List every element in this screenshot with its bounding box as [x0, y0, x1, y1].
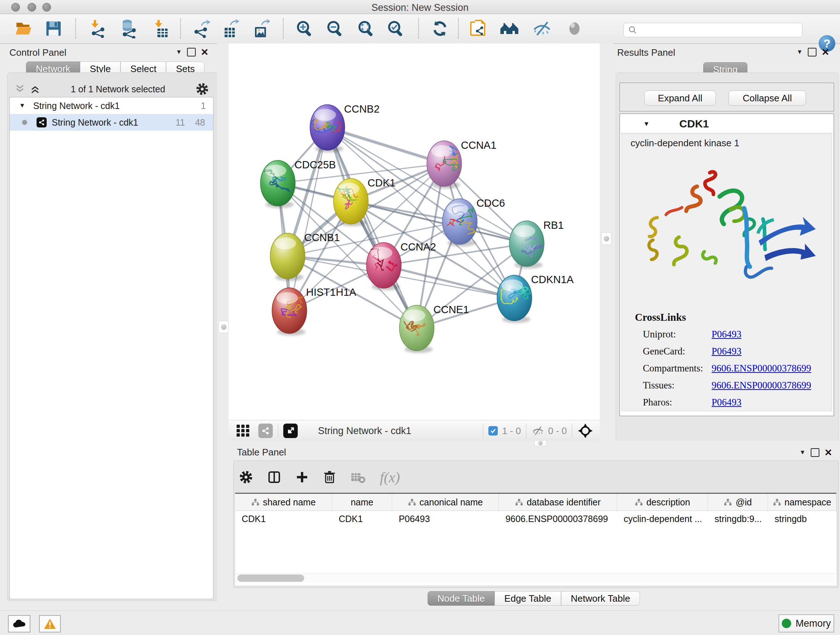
zoom-fit-button[interactable]: [356, 18, 376, 40]
crosslink-link[interactable]: P06493: [712, 329, 742, 340]
import-table-button[interactable]: [151, 18, 172, 40]
table-horizontal-scrollbar[interactable]: [236, 573, 835, 583]
delete-column-icon[interactable]: [323, 470, 336, 485]
control-panel: Control Panel ▼ ✕ Network Style Select S…: [0, 43, 217, 610]
close-panel-icon[interactable]: ✕: [201, 49, 209, 56]
column-header-namespace[interactable]: namespace: [768, 494, 836, 510]
column-header--id[interactable]: @id: [708, 494, 768, 510]
network-node-ccne1[interactable]: CCNE1: [399, 304, 469, 353]
table-cell[interactable]: CDK1: [332, 511, 392, 527]
network-edge[interactable]: [289, 127, 327, 310]
right-splitter-handle[interactable]: [601, 233, 611, 245]
table-row[interactable]: CDK1CDK1P064939606.ENSP00000378699cyclin…: [235, 511, 836, 527]
cloud-status-button[interactable]: [8, 615, 30, 632]
network-canvas[interactable]: CCNB2CCNA1CDC25BCDK1CDC6RB1CCNB1CCNA2CDK…: [229, 43, 600, 420]
collapse-all-button[interactable]: Collapse All: [729, 90, 806, 106]
export-image-button[interactable]: [250, 18, 271, 40]
crosslink-link[interactable]: 9606.ENSP00000378699: [712, 363, 811, 374]
network-edge[interactable]: [327, 127, 444, 164]
selected-checkbox-icon[interactable]: [488, 426, 498, 435]
float-panel-icon[interactable]: ▼: [176, 49, 182, 56]
table-import-icon: [152, 19, 171, 38]
import-network-database-button[interactable]: [118, 18, 138, 40]
home-button[interactable]: [499, 18, 519, 40]
table-cell[interactable]: 9606.ENSP00000378699: [499, 511, 617, 527]
network-node-ccnb1[interactable]: CCNB1: [270, 232, 340, 281]
network-node-cdc6[interactable]: CDC6: [442, 197, 505, 247]
zoom-selected-button[interactable]: [386, 18, 406, 40]
shared-column-icon: [724, 499, 732, 506]
show-columns-icon[interactable]: [267, 470, 281, 485]
table-cell[interactable]: stringdb: [768, 511, 836, 527]
grid-view-icon[interactable]: [236, 424, 250, 438]
tab-node-table[interactable]: Node Table: [428, 591, 494, 606]
crosslink-link[interactable]: P06493: [712, 397, 742, 408]
tab-edge-table[interactable]: Edge Table: [494, 591, 561, 606]
collection-expander-icon[interactable]: ▼: [19, 102, 25, 109]
column-header-canonical-name[interactable]: canonical name: [392, 494, 499, 510]
zoom-in-button[interactable]: [294, 18, 315, 40]
table-cell[interactable]: P06493: [392, 511, 499, 527]
warning-status-button[interactable]: [39, 615, 61, 632]
export-network-button[interactable]: [191, 18, 211, 40]
zoom-out-button[interactable]: [325, 18, 345, 40]
export-table-button[interactable]: [220, 18, 240, 40]
expand-all-icon[interactable]: [30, 84, 41, 94]
node-table[interactable]: shared namenamecanonical namedatabase id…: [235, 493, 836, 585]
expand-all-button[interactable]: Expand All: [644, 90, 716, 106]
cdk1-entry-header[interactable]: ▼ CDK1: [621, 115, 833, 133]
crosslink-link[interactable]: P06493: [712, 346, 742, 357]
memory-button[interactable]: Memory: [778, 614, 834, 632]
scrollbar-thumb[interactable]: [237, 575, 304, 582]
crosslinks-list: Uniprot:P06493GeneCard:P06493Compartment…: [643, 326, 831, 411]
column-header-name[interactable]: name: [332, 494, 392, 510]
entry-expander-icon[interactable]: ▼: [643, 120, 650, 128]
table-cell[interactable]: CDK1: [235, 511, 332, 527]
network-collection-row[interactable]: ▼ String Network - cdk1 1: [10, 97, 213, 114]
float-panel-icon[interactable]: ▼: [797, 49, 803, 56]
table-cell[interactable]: cyclin-dependent ...: [617, 511, 708, 527]
column-header-description[interactable]: description: [617, 494, 708, 510]
column-header-shared-name[interactable]: shared name: [235, 494, 332, 510]
network-node-ccnb2[interactable]: CCNB2: [310, 103, 379, 152]
detach-view-icon[interactable]: [283, 424, 298, 438]
tab-network-table[interactable]: Network Table: [561, 591, 640, 606]
close-panel-icon[interactable]: ✕: [821, 49, 829, 56]
column-header-database-identifier[interactable]: database identifier: [499, 494, 617, 510]
maximize-panel-icon[interactable]: [187, 48, 196, 57]
import-network-file-button[interactable]: [88, 18, 108, 40]
float-panel-icon[interactable]: ▼: [799, 449, 806, 456]
crosshair-icon[interactable]: [577, 423, 593, 439]
column-label: namespace: [785, 497, 831, 508]
maximize-panel-icon[interactable]: [811, 448, 819, 457]
eye-button[interactable]: [564, 18, 584, 40]
hidden-eye-icon: [531, 426, 545, 436]
network-node-cdc25b[interactable]: CDC25B: [261, 159, 336, 208]
add-column-icon[interactable]: [295, 470, 309, 484]
apply-layout-button[interactable]: [430, 18, 450, 40]
save-session-button[interactable]: [43, 18, 64, 40]
left-splitter-handle[interactable]: [218, 321, 229, 333]
network-node-hist1h1a[interactable]: HIST1H1A: [272, 287, 356, 336]
search-input[interactable]: [638, 25, 791, 35]
open-session-button[interactable]: [14, 18, 34, 40]
hide-show-button[interactable]: [532, 18, 552, 40]
network-options-gear-icon[interactable]: [195, 82, 209, 96]
table-cell[interactable]: stringdb:9...: [708, 511, 768, 527]
maximize-panel-icon[interactable]: [808, 48, 816, 57]
network-graph[interactable]: CCNB2CCNA1CDC25BCDK1CDC6RB1CCNB1CCNA2CDK…: [229, 43, 600, 420]
network-row[interactable]: String Network - cdk1 11 48: [10, 114, 213, 131]
close-panel-icon[interactable]: ✕: [824, 449, 832, 456]
network-node-rb1[interactable]: RB1: [509, 219, 564, 269]
table-gear-icon[interactable]: [239, 470, 253, 485]
network-badge-icon[interactable]: [258, 424, 273, 438]
splitter-dot-icon: [221, 325, 226, 330]
network-document-button[interactable]: [469, 18, 489, 40]
crosslink-label: GeneCard:: [643, 346, 712, 357]
crosslink-link[interactable]: 9606.ENSP00000378699: [712, 380, 811, 391]
network-node-ccna2[interactable]: CCNA2: [366, 241, 436, 290]
shared-column-icon: [408, 499, 416, 506]
network-node-cdkn1a[interactable]: CDKN1A: [497, 274, 574, 323]
search-box[interactable]: [623, 23, 802, 37]
collapse-all-icon[interactable]: [14, 84, 25, 94]
